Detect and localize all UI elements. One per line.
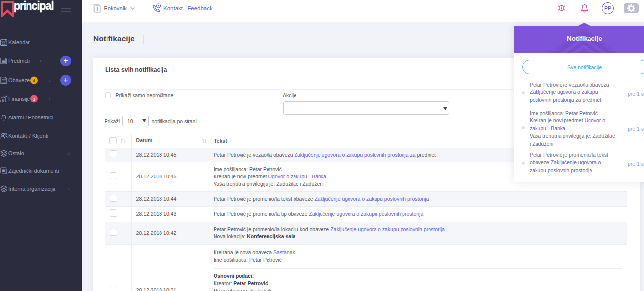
svg-text:15: 15 (2, 42, 6, 45)
svg-text:Notifikacije: Notifikacije (567, 35, 603, 42)
